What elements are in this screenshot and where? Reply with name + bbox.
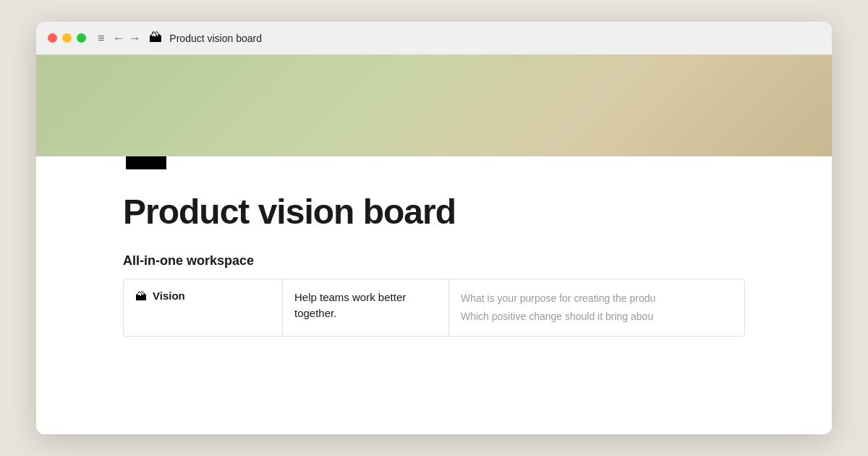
maximize-button[interactable] bbox=[77, 33, 86, 43]
tab-page-icon: 🏔 bbox=[149, 30, 162, 46]
minimize-button[interactable] bbox=[62, 33, 72, 43]
vision-icon: 🏔 bbox=[135, 290, 147, 303]
browser-content: 🏔 Product vision board All-in-one worksp… bbox=[36, 55, 832, 434]
tab-area: 🏔 Product vision board bbox=[149, 30, 820, 46]
table-col-description: Help teams work better together. bbox=[283, 279, 449, 336]
traffic-lights bbox=[48, 33, 86, 43]
vision-description: Help teams work better together. bbox=[294, 291, 406, 320]
vision-prompt-2: Which positive change should it bring ab… bbox=[461, 311, 653, 322]
table-col-vision-label: 🏔 Vision bbox=[124, 279, 283, 336]
page-body: 🏔 Product vision board All-in-one worksp… bbox=[36, 156, 832, 434]
back-arrow-icon[interactable]: ← bbox=[113, 32, 124, 45]
section-heading: All-in-one workspace bbox=[123, 253, 745, 269]
hamburger-menu-icon[interactable]: ≡ bbox=[98, 32, 104, 45]
tab-title: Product vision board bbox=[169, 33, 262, 44]
table-col-prompts: What is your purpose for creating the pr… bbox=[449, 279, 744, 336]
nav-arrows: ← → bbox=[113, 32, 140, 45]
browser-chrome: ≡ ← → 🏔 Product vision board bbox=[36, 22, 832, 55]
vision-label: Vision bbox=[153, 290, 185, 302]
close-button[interactable] bbox=[48, 33, 57, 43]
page-icon-large: 🏔 bbox=[123, 156, 745, 177]
browser-window: ≡ ← → 🏔 Product vision board 🏔 Product v… bbox=[36, 22, 832, 434]
forward-arrow-icon[interactable]: → bbox=[129, 32, 140, 45]
page-title: Product vision board bbox=[123, 191, 745, 233]
cover-banner bbox=[36, 55, 832, 156]
vision-prompt-1: What is your purpose for creating the pr… bbox=[461, 292, 655, 304]
vision-table: 🏔 Vision Help teams work better together… bbox=[123, 279, 745, 337]
